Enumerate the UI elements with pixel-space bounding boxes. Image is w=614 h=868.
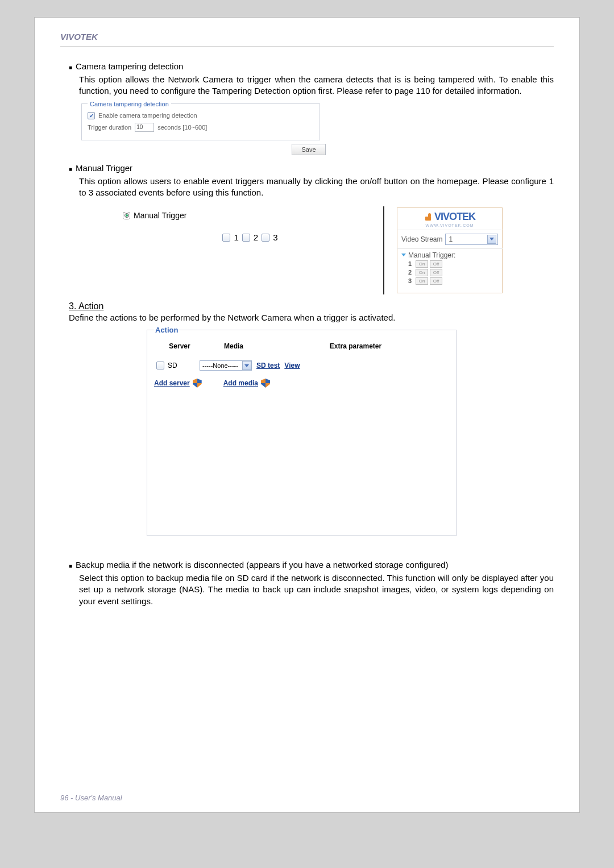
sd-test-link[interactable]: SD test <box>256 362 280 369</box>
col-server: Server <box>154 342 205 350</box>
action-fieldset: Action Server Media Extra parameter SD -… <box>147 326 457 536</box>
media-none-select[interactable]: -----None----- <box>200 360 252 371</box>
video-stream-label: Video Stream <box>401 235 443 243</box>
trigger-2-on-button[interactable]: On <box>416 269 428 276</box>
chevron-down-icon[interactable] <box>401 254 406 256</box>
trigger-3-on-button[interactable]: On <box>416 277 428 285</box>
action-desc: Define the actions to be performed by th… <box>69 313 554 322</box>
sd-checkbox[interactable] <box>156 362 164 369</box>
trigger-2-num: 2 <box>408 269 414 276</box>
trigger-1-num: 1 <box>408 260 414 267</box>
manual-opt-2-label: 2 <box>254 232 258 242</box>
brand-header: VIVOTEK <box>60 32 554 47</box>
trigger-1-off-button[interactable]: Off <box>430 260 442 268</box>
manual-opt-3-label: 3 <box>273 232 277 242</box>
manual-opt-1-checkbox[interactable] <box>222 234 230 242</box>
trigger-2-off-button[interactable]: Off <box>430 269 442 276</box>
manual-title: Manual Trigger <box>76 163 132 173</box>
manual-desc: This option allows users to enable event… <box>79 176 554 199</box>
manual-trigger-side-title: Manual Trigger: <box>408 251 455 259</box>
duration-input[interactable] <box>135 123 154 132</box>
chevron-down-icon <box>242 361 251 370</box>
manual-radio[interactable] <box>123 212 130 219</box>
manual-figure: Manual Trigger 1 2 3 VIVOTEK <box>117 206 554 294</box>
sd-label: SD <box>168 362 177 369</box>
tampering-title: Camera tampering detection <box>76 61 183 71</box>
vivotek-logo: VIVOTEK <box>424 211 475 223</box>
trigger-1-on-button[interactable]: On <box>416 260 428 268</box>
enable-tampering-checkbox[interactable]: ✔ <box>88 112 95 119</box>
col-extra: Extra parameter <box>262 342 449 350</box>
backup-desc: Select this option to backup media file … <box>79 572 554 607</box>
action-fs-title: Action <box>154 326 179 334</box>
view-link[interactable]: View <box>284 362 300 369</box>
manual-radio-label: Manual Trigger <box>134 211 186 220</box>
table-row: SD -----None----- SD test View <box>154 360 449 371</box>
shield-icon <box>193 379 202 388</box>
manual-left-panel: Manual Trigger 1 2 3 <box>117 206 384 294</box>
vivotek-url: WWW.VIVOTEK.COM <box>403 223 497 227</box>
tampering-fs-title: Camera tampering detection <box>88 101 171 107</box>
bullet-icon: ■ <box>69 61 72 74</box>
manual-opt-1-label: 1 <box>234 232 238 242</box>
bullet-icon: ■ <box>69 560 72 572</box>
add-media-link[interactable]: Add media <box>223 379 258 387</box>
add-server-link[interactable]: Add server <box>154 379 190 387</box>
content-area: ■ Camera tampering detection This option… <box>69 61 554 607</box>
video-stream-select[interactable]: 1 <box>445 234 499 245</box>
save-button[interactable]: Save <box>292 144 326 155</box>
action-heading: 3. Action <box>69 301 554 312</box>
video-stream-value: 1 <box>449 235 453 243</box>
media-none-value: -----None----- <box>202 362 238 369</box>
tampering-desc: This option allows the Network Camera to… <box>79 74 554 97</box>
duration-label: Trigger duration <box>88 124 131 131</box>
enable-tampering-label: Enable camera tampering detection <box>98 112 197 119</box>
page-footer: 96 - User's Manual <box>60 794 122 802</box>
trigger-3-off-button[interactable]: Off <box>430 277 442 285</box>
camera-icon <box>424 213 432 221</box>
backup-title: Backup media if the network is disconnec… <box>76 560 448 570</box>
duration-hint: seconds [10~600] <box>157 124 207 131</box>
trigger-3-num: 3 <box>408 277 414 284</box>
vivotek-side-panel: VIVOTEK WWW.VIVOTEK.COM Video Stream 1 M… <box>396 206 504 294</box>
shield-icon <box>261 379 270 388</box>
manual-opt-3-checkbox[interactable] <box>262 234 269 242</box>
col-media: Media <box>205 342 262 350</box>
manual-page: VIVOTEK ■ Camera tampering detection Thi… <box>34 17 580 813</box>
manual-opt-2-checkbox[interactable] <box>242 234 250 242</box>
bullet-icon: ■ <box>69 163 72 176</box>
chevron-down-icon <box>487 235 496 244</box>
tampering-fieldset: Camera tampering detection ✔ Enable came… <box>81 101 320 140</box>
action-table-header: Server Media Extra parameter <box>154 342 449 350</box>
vivotek-logo-text: VIVOTEK <box>434 211 475 223</box>
